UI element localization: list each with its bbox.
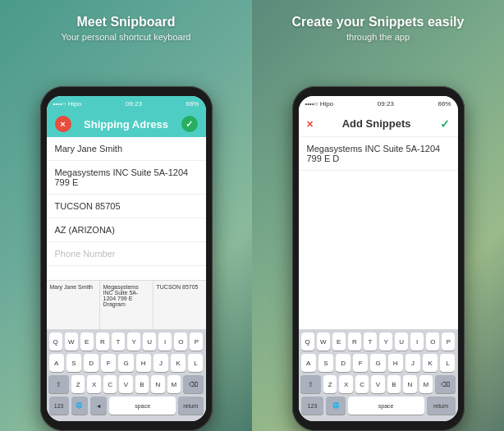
key-d[interactable]: D (84, 354, 99, 372)
key-return[interactable]: return (178, 397, 203, 415)
left-phone-outer: ••••○ Hipo 09:23 66% × Shipping Adress ✓ (40, 86, 213, 431)
key-j[interactable]: J (153, 354, 168, 372)
key-a[interactable]: A (49, 354, 64, 372)
right-app-header: × Add Snippets ✓ (299, 111, 458, 137)
right-close-button[interactable]: × (307, 117, 314, 131)
r-key-x[interactable]: X (339, 375, 352, 393)
key-f[interactable]: F (101, 354, 116, 372)
snippet-item-2[interactable]: Megasystems INC Suite 5A-1204 799 E Drag… (100, 281, 153, 329)
right-phone-frame: ••••○ Hipo 09:23 66% × Add Snippets ✓ (292, 86, 465, 431)
globe-icon[interactable]: 🌐 (71, 397, 88, 415)
key-n[interactable]: N (151, 375, 164, 393)
r-key-space[interactable]: space (348, 397, 424, 415)
field-phone[interactable]: Phone Number (47, 242, 206, 266)
r-key-shift[interactable]: ⇧ (300, 375, 321, 393)
key-i[interactable]: I (158, 332, 172, 351)
r-key-m[interactable]: M (419, 375, 433, 393)
right-panel: Create your Snippets easily through the … (252, 0, 504, 431)
r-key-123[interactable]: 123 (301, 397, 324, 415)
left-close-button[interactable]: × (55, 116, 71, 132)
snippet-text-input[interactable]: Megasystems INC Suite 5A-1204 799 E D (299, 137, 458, 171)
key-y[interactable]: Y (127, 332, 140, 351)
key-s[interactable]: S (66, 354, 81, 372)
right-header-title: Add Snippets (314, 117, 440, 130)
field-address-value: Megasystems INC Suite 5A-1204 799 E (55, 167, 198, 187)
left-form-area: Mary Jane Smith Megasystems INC Suite 5A… (47, 137, 206, 280)
key-c[interactable]: C (103, 375, 117, 393)
key-o[interactable]: O (174, 332, 187, 351)
r-key-w[interactable]: W (317, 332, 330, 351)
key-u[interactable]: U (143, 332, 156, 351)
r-key-n[interactable]: N (403, 375, 416, 393)
key-g[interactable]: G (118, 354, 133, 372)
r-key-return[interactable]: return (427, 397, 456, 415)
r-key-z[interactable]: Z (323, 375, 337, 393)
right-carrier: ••••○ Hipo (305, 100, 334, 108)
key-w[interactable]: W (65, 332, 78, 351)
left-title: Meet Snipboard (0, 15, 252, 30)
key-123[interactable]: 123 (49, 397, 69, 415)
key-shift[interactable]: ⇧ (48, 375, 69, 393)
r-key-c[interactable]: C (355, 375, 369, 393)
r-key-s[interactable]: S (318, 354, 333, 372)
key-x[interactable]: X (87, 375, 100, 393)
left-panel: Meet Snipboard Your personal shortcut ke… (0, 0, 252, 431)
r-key-a[interactable]: A (301, 354, 316, 372)
r-key-v[interactable]: V (371, 375, 384, 393)
field-address[interactable]: Megasystems INC Suite 5A-1204 799 E (47, 161, 206, 195)
left-header-title: Shipping Adress (71, 118, 181, 131)
r-key-p[interactable]: P (442, 332, 455, 351)
key-r[interactable]: R (96, 332, 109, 351)
snippet-item-3[interactable]: TUCSON 85705 (153, 281, 206, 329)
key-mic[interactable]: ◄ (90, 397, 107, 415)
key-v[interactable]: V (119, 375, 132, 393)
r-key-backspace[interactable]: ⌫ (435, 375, 456, 393)
r-key-h[interactable]: H (388, 354, 403, 372)
r-key-j[interactable]: J (405, 354, 420, 372)
r-key-e[interactable]: E (332, 332, 346, 351)
right-input-area[interactable]: Megasystems INC Suite 5A-1204 799 E D (299, 137, 458, 329)
right-kb-row1: Q W E R T Y U I O P (301, 332, 456, 351)
right-confirm-button[interactable]: ✓ (440, 117, 450, 131)
field-state[interactable]: AZ (ARIZONA) (47, 218, 206, 242)
r-key-k[interactable]: K (423, 354, 438, 372)
snippet-input-value: Megasystems INC Suite 5A-1204 799 E D (307, 144, 450, 163)
right-status-bar: ••••○ Hipo 09:23 66% (299, 96, 458, 111)
r-key-t[interactable]: T (364, 332, 377, 351)
key-k[interactable]: K (171, 354, 186, 372)
r-key-y[interactable]: Y (379, 332, 392, 351)
r-key-d[interactable]: D (336, 354, 351, 372)
key-e[interactable]: E (80, 332, 94, 351)
left-status-bar: ••••○ Hipo 09:23 66% (47, 96, 206, 111)
left-phone-screen: ••••○ Hipo 09:23 66% × Shipping Adress ✓ (47, 96, 206, 421)
left-headline-block: Meet Snipboard Your personal shortcut ke… (0, 15, 252, 42)
field-city[interactable]: TUCSON 85705 (47, 195, 206, 218)
r-key-o[interactable]: O (426, 332, 439, 351)
key-m[interactable]: M (167, 375, 181, 393)
r-key-r[interactable]: R (348, 332, 361, 351)
left-app-header: × Shipping Adress ✓ (47, 111, 206, 137)
right-kb-row3: ⇧ Z X C V B N M ⌫ (301, 375, 456, 393)
key-l[interactable]: L (188, 354, 203, 372)
r-key-l[interactable]: L (440, 354, 455, 372)
key-q[interactable]: Q (49, 332, 62, 351)
field-name[interactable]: Mary Jane Smith (47, 137, 206, 161)
r-key-g[interactable]: G (370, 354, 385, 372)
key-p[interactable]: P (190, 332, 203, 351)
r-key-u[interactable]: U (395, 332, 408, 351)
r-key-i[interactable]: I (410, 332, 424, 351)
key-h[interactable]: H (136, 354, 151, 372)
r-key-q[interactable]: Q (301, 332, 314, 351)
key-backspace[interactable]: ⌫ (183, 375, 204, 393)
key-z[interactable]: Z (71, 375, 85, 393)
r-key-b[interactable]: B (387, 375, 401, 393)
r-globe-icon[interactable]: 🌐 (326, 397, 345, 415)
key-t[interactable]: T (112, 332, 125, 351)
key-b[interactable]: B (135, 375, 149, 393)
left-confirm-button[interactable]: ✓ (181, 116, 198, 132)
right-headline-block: Create your Snippets easily through the … (252, 15, 504, 42)
r-key-f[interactable]: F (353, 354, 368, 372)
key-space[interactable]: space (109, 397, 176, 415)
snippet-item-1[interactable]: Mary Jane Smith (47, 281, 100, 329)
right-title: Create your Snippets easily (252, 15, 504, 30)
